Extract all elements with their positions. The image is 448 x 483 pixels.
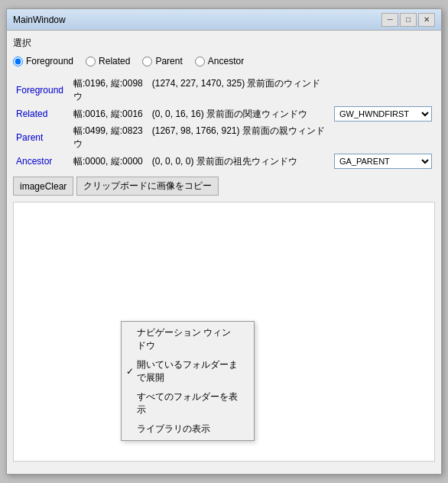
table-row: Related 幅:0016, 縦:0016 (0, 0, 16, 16) 景前…: [13, 105, 435, 123]
main-window: MainWindow ─ □ ✕ 選択 Foreground Related P…: [6, 8, 442, 475]
related-info: 幅:0016, 縦:0016 (0, 0, 16, 16) 景前面の関連ウィンド…: [70, 105, 331, 123]
table-row: Foreground 幅:0196, 縦:0098 (1274, 227, 14…: [13, 76, 435, 105]
title-bar-controls: ─ □ ✕: [381, 13, 435, 27]
ancestor-info: 幅:0000, 縦:0000 (0, 0, 0, 0) 景前面の祖先ウィンドウ: [70, 152, 331, 170]
context-menu-item-show-all[interactable]: すべてのフォルダーを表示: [122, 387, 254, 420]
foreground-info: 幅:0196, 縦:0098 (1274, 227, 1470, 325) 景前…: [70, 76, 331, 105]
context-menu-item-navigation-label: ナビゲーション ウィンドウ: [137, 326, 239, 352]
clipboard-copy-button[interactable]: クリップボードに画像をコピー: [76, 177, 219, 196]
context-menu-item-library[interactable]: ライブラリの表示: [122, 420, 254, 439]
maximize-button[interactable]: □: [400, 13, 417, 27]
parent-label: Parent: [13, 123, 70, 152]
context-menu-item-show-all-label: すべてのフォルダーを表示: [137, 391, 239, 417]
button-row: imageClear クリップボードに画像をコピー: [13, 177, 435, 196]
foreground-label: Foreground: [13, 76, 70, 105]
radio-ancestor[interactable]: Ancestor: [195, 56, 244, 66]
related-dropdown[interactable]: GW_HWNDFIRST GW_HWNDLAST GW_HWNDNEXT GW_…: [334, 106, 432, 122]
image-clear-button[interactable]: imageClear: [13, 177, 73, 196]
related-label: Related: [13, 105, 70, 123]
context-menu-item-expand-label: 開いているフォルダーまで展開: [137, 358, 239, 384]
radio-parent-label: Parent: [155, 56, 182, 66]
window-title: MainWindow: [13, 15, 66, 25]
selection-label: 選択: [13, 37, 435, 50]
title-bar: MainWindow ─ □ ✕: [7, 9, 441, 31]
radio-parent[interactable]: Parent: [142, 56, 182, 66]
radio-foreground[interactable]: Foreground: [13, 56, 73, 66]
context-menu-item-navigation[interactable]: ナビゲーション ウィンドウ: [122, 323, 254, 355]
radio-related[interactable]: Related: [86, 56, 130, 66]
radio-foreground-label: Foreground: [26, 56, 73, 66]
context-menu: ナビゲーション ウィンドウ ✓ 開いているフォルダーまで展開 すべてのフォルダー…: [121, 321, 255, 441]
close-button[interactable]: ✕: [418, 13, 435, 27]
ancestor-label: Ancestor: [13, 152, 70, 170]
context-menu-item-expand[interactable]: ✓ 開いているフォルダーまで展開: [122, 355, 254, 387]
context-menu-item-library-label: ライブラリの表示: [137, 423, 210, 436]
table-row: Ancestor 幅:0000, 縦:0000 (0, 0, 0, 0) 景前面…: [13, 152, 435, 170]
ancestor-dropdown[interactable]: GA_PARENT GA_ROOT GA_ROOTOWNER: [334, 154, 432, 169]
parent-info: 幅:0499, 縦:0823 (1267, 98, 1766, 921) 景前面…: [70, 123, 331, 152]
info-table: Foreground 幅:0196, 縦:0098 (1274, 227, 14…: [13, 76, 435, 170]
minimize-button[interactable]: ─: [381, 13, 398, 27]
radio-related-label: Related: [99, 56, 130, 66]
content-area: 選択 Foreground Related Parent Ancestor: [7, 31, 441, 474]
radio-ancestor-label: Ancestor: [208, 56, 244, 66]
image-area: ナビゲーション ウィンドウ ✓ 開いているフォルダーまで展開 すべてのフォルダー…: [13, 202, 435, 462]
table-row: Parent 幅:0499, 縦:0823 (1267, 98, 1766, 9…: [13, 123, 435, 152]
checkmark-icon: ✓: [126, 366, 134, 377]
radio-group: Foreground Related Parent Ancestor: [13, 53, 435, 70]
